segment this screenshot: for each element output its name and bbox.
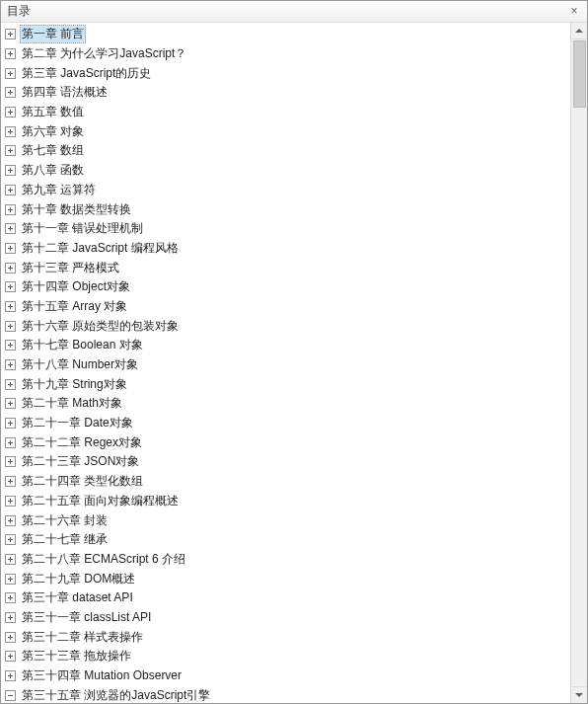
tree-item[interactable]: 第十一章 错误处理机制: [5, 219, 570, 239]
expand-icon[interactable]: [5, 185, 16, 196]
collapse-icon[interactable]: [5, 690, 16, 701]
tree-item-label: 第三十三章 拖放操作: [20, 647, 133, 665]
expand-icon[interactable]: [5, 534, 16, 545]
expand-icon[interactable]: [5, 29, 16, 39]
tree-item[interactable]: 第三章 JavaScript的历史: [5, 63, 570, 83]
tree-item-label: 第二章 为什么学习JavaScript？: [20, 44, 188, 63]
expand-icon[interactable]: [5, 165, 16, 176]
tree-item[interactable]: 第十六章 原始类型的包装对象: [5, 316, 570, 336]
tree-item-label: 第五章 数值: [20, 103, 86, 121]
tree-item-label: 第三十四章 Mutation Observer: [20, 666, 184, 685]
tree-item-label: 第八章 函数: [20, 161, 86, 180]
expand-icon[interactable]: [5, 243, 16, 254]
expand-icon[interactable]: [5, 574, 16, 585]
expand-icon[interactable]: [5, 612, 16, 623]
tree-item-label: 第十八章 Number对象: [20, 355, 140, 374]
tree-item[interactable]: 第二章 为什么学习JavaScript？: [5, 44, 570, 64]
expand-icon[interactable]: [5, 456, 16, 467]
tree-item-label: 第二十六章 封装: [20, 511, 110, 530]
tree-item[interactable]: 第二十章 Math对象: [5, 394, 570, 414]
tree-item[interactable]: 第三十二章 样式表操作: [5, 627, 570, 647]
tree-item[interactable]: 第十四章 Object对象: [5, 277, 570, 297]
tree-item[interactable]: 第四章 语法概述: [5, 83, 570, 103]
expand-icon[interactable]: [5, 515, 16, 526]
expand-icon[interactable]: [5, 68, 16, 79]
tree-item[interactable]: 第三十四章 Mutation Observer: [5, 666, 570, 686]
scroll-up-button[interactable]: [571, 23, 587, 39]
expand-icon[interactable]: [5, 145, 16, 156]
tree-item[interactable]: 第二十五章 面向对象编程概述: [5, 492, 570, 511]
expand-icon[interactable]: [5, 301, 16, 312]
vertical-scrollbar[interactable]: [570, 23, 587, 703]
tree-item[interactable]: 第三十章 dataset API: [5, 588, 570, 608]
close-button[interactable]: ×: [565, 3, 583, 19]
tree-item-label: 第二十九章 DOM概述: [20, 570, 137, 588]
tree-item-label: 第三十章 dataset API: [20, 588, 135, 607]
expand-icon[interactable]: [5, 437, 16, 448]
tree-item[interactable]: 第一章 前言: [5, 25, 570, 44]
tree-item[interactable]: 第二十八章 ECMAScript 6 介绍: [5, 550, 570, 570]
tree-item[interactable]: 第三十一章 classList API: [5, 608, 570, 628]
tree-item-label: 第十章 数据类型转换: [20, 200, 133, 219]
expand-icon[interactable]: [5, 632, 16, 643]
tree-item[interactable]: 第十五章 Array 对象: [5, 297, 570, 317]
tree-item[interactable]: 第十九章 String对象: [5, 374, 570, 394]
expand-icon[interactable]: [5, 670, 16, 681]
expand-icon[interactable]: [5, 496, 16, 507]
tree-item-label: 第四章 语法概述: [20, 83, 110, 102]
tree-item[interactable]: 第八章 函数: [5, 161, 570, 181]
tree-item[interactable]: 第二十三章 JSON对象: [5, 452, 570, 472]
tree-item[interactable]: 第二十六章 封装: [5, 510, 570, 530]
expand-icon[interactable]: [5, 359, 16, 370]
tree-item-label: 第十五章 Array 对象: [20, 297, 129, 316]
expand-icon[interactable]: [5, 223, 16, 234]
tree-item-label: 第三十一章 classList API: [20, 608, 153, 627]
tree-item-label: 第三十五章 浏览器的JavaScript引擎: [20, 686, 212, 703]
expand-icon[interactable]: [5, 204, 16, 215]
tree-item[interactable]: 第十八章 Number对象: [5, 355, 570, 375]
tree-item-label: 第三章 JavaScript的历史: [20, 64, 153, 83]
expand-icon[interactable]: [5, 126, 16, 137]
expand-icon[interactable]: [5, 651, 16, 662]
expand-icon[interactable]: [5, 281, 16, 292]
tree-item[interactable]: 第十七章 Boolean 对象: [5, 336, 570, 355]
tree-item-label: 第二十七章 继承: [20, 530, 110, 549]
tree-item-label: 第十三章 严格模式: [20, 259, 121, 277]
tree-item-label: 第十一章 错误处理机制: [20, 219, 145, 238]
tree-item[interactable]: 第七章 数组: [5, 141, 570, 161]
tree-item-label: 第十二章 JavaScript 编程风格: [20, 239, 181, 258]
tree-item[interactable]: 第二十一章 Date对象: [5, 414, 570, 433]
tree-item[interactable]: 第三十五章 浏览器的JavaScript引擎: [5, 685, 570, 703]
arrow-up-icon: [575, 29, 583, 33]
window-title: 目录: [7, 3, 31, 20]
expand-icon[interactable]: [5, 87, 16, 98]
scroll-down-button[interactable]: [571, 686, 587, 703]
scroll-thumb[interactable]: [573, 40, 586, 108]
arrow-down-icon: [575, 693, 583, 697]
tree-item[interactable]: 第九章 运算符: [5, 181, 570, 200]
tree-item[interactable]: 第六章 对象: [5, 121, 570, 141]
expand-icon[interactable]: [5, 340, 16, 351]
tree-item[interactable]: 第二十四章 类型化数组: [5, 472, 570, 492]
expand-icon[interactable]: [5, 554, 16, 565]
expand-icon[interactable]: [5, 107, 16, 117]
tree-item-label: 第二十四章 类型化数组: [20, 472, 145, 491]
tree-item[interactable]: 第二十九章 DOM概述: [5, 569, 570, 588]
expand-icon[interactable]: [5, 398, 16, 409]
tree-item[interactable]: 第二十七章 继承: [5, 530, 570, 550]
close-icon: ×: [570, 5, 577, 17]
expand-icon[interactable]: [5, 379, 16, 390]
tree-item[interactable]: 第二十二章 Regex对象: [5, 432, 570, 452]
expand-icon[interactable]: [5, 592, 16, 603]
tree-item[interactable]: 第十二章 JavaScript 编程风格: [5, 239, 570, 259]
tree-item[interactable]: 第五章 数值: [5, 103, 570, 122]
expand-icon[interactable]: [5, 321, 16, 332]
tree-item-label: 第六章 对象: [20, 122, 86, 141]
tree-item[interactable]: 第三十三章 拖放操作: [5, 647, 570, 666]
expand-icon[interactable]: [5, 476, 16, 487]
tree-item[interactable]: 第十章 数据类型转换: [5, 199, 570, 219]
tree-item[interactable]: 第十三章 严格模式: [5, 258, 570, 277]
expand-icon[interactable]: [5, 418, 16, 429]
expand-icon[interactable]: [5, 263, 16, 274]
expand-icon[interactable]: [5, 48, 16, 59]
